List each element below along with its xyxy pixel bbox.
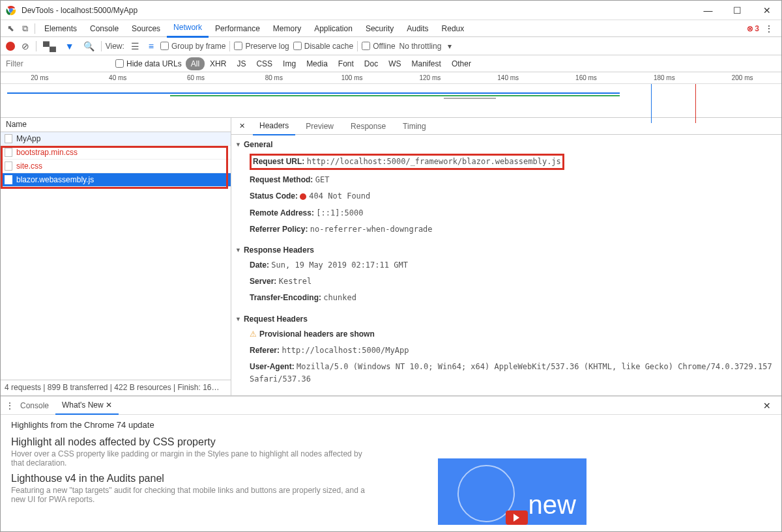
throttling-select[interactable]: No throttling ▾ bbox=[399, 42, 452, 51]
whatsnew-item-title: Lighthouse v4 in the Audits panel bbox=[11, 473, 771, 484]
filter-input[interactable] bbox=[1, 57, 111, 71]
tab-application[interactable]: Application bbox=[308, 20, 359, 37]
preserve-log-checkbox[interactable]: Preserve log bbox=[234, 42, 289, 51]
waterfall-icon[interactable]: ≡ bbox=[146, 40, 156, 53]
more-menu-icon[interactable]: ⋮ bbox=[759, 21, 779, 36]
tab-redux[interactable]: Redux bbox=[435, 20, 471, 37]
hide-data-urls-checkbox[interactable]: Hide data URLs bbox=[111, 59, 186, 68]
request-row[interactable]: bootstrap.min.css bbox=[1, 146, 231, 160]
detail-tab-preview[interactable]: Preview bbox=[299, 118, 340, 135]
filter-type-doc[interactable]: Doc bbox=[359, 57, 383, 70]
drawer-menu-icon[interactable]: ⋮ bbox=[6, 401, 14, 410]
devtools-tabs: ⬉ ⧉ Elements Console Sources Network Per… bbox=[1, 20, 781, 37]
offline-checkbox[interactable]: Offline bbox=[362, 42, 395, 51]
section-general[interactable]: General bbox=[231, 137, 781, 152]
request-list: Name MyApp bootstrap.min.css site.css bl… bbox=[1, 118, 231, 395]
filter-type-font[interactable]: Font bbox=[333, 57, 359, 70]
minimize-button[interactable]: — bbox=[693, 1, 723, 20]
section-request-headers[interactable]: Request Headers bbox=[231, 312, 781, 326]
large-rows-icon[interactable]: ☰ bbox=[128, 40, 142, 53]
view-label: View: bbox=[106, 42, 124, 51]
clear-icon[interactable]: ⊘ bbox=[19, 40, 32, 53]
filter-type-css[interactable]: CSS bbox=[251, 57, 278, 70]
requests-status: 4 requests | 899 B transferred | 422 B r… bbox=[1, 380, 231, 395]
file-icon bbox=[5, 134, 12, 143]
group-by-frame-checkbox[interactable]: Group by frame bbox=[160, 42, 225, 51]
warning-icon: ⚠ bbox=[250, 329, 257, 339]
whatsnew-headline: Highlights from the Chrome 74 update bbox=[11, 420, 771, 430]
tab-memory[interactable]: Memory bbox=[267, 20, 308, 37]
tab-security[interactable]: Security bbox=[359, 20, 400, 37]
tab-console[interactable]: Console bbox=[83, 20, 125, 37]
filter-type-xhr[interactable]: XHR bbox=[205, 57, 231, 70]
column-header-name[interactable]: Name bbox=[1, 118, 231, 132]
drawer-tab-whatsnew[interactable]: What's New ✕ bbox=[55, 397, 119, 415]
request-detail: ✕ Headers Preview Response Timing Genera… bbox=[231, 118, 781, 395]
timeline-overview[interactable]: 20 ms40 ms60 ms80 ms100 ms120 ms140 ms16… bbox=[1, 72, 781, 118]
record-button[interactable] bbox=[6, 42, 15, 51]
filter-bar: Hide data URLs All XHR JS CSS Img Media … bbox=[1, 55, 781, 72]
camera-icon[interactable]: ▀▄ bbox=[40, 40, 59, 53]
search-icon[interactable]: 🔍 bbox=[81, 40, 97, 53]
titlebar: DevTools - localhost:5000/MyApp — ☐ ✕ bbox=[1, 1, 781, 20]
close-window-button[interactable]: ✕ bbox=[752, 1, 781, 20]
filter-type-ws[interactable]: WS bbox=[383, 57, 406, 70]
request-row[interactable]: site.css bbox=[1, 160, 231, 173]
filter-type-manifest[interactable]: Manifest bbox=[407, 57, 446, 70]
inspect-icon[interactable]: ⬉ bbox=[3, 21, 18, 36]
tab-sources[interactable]: Sources bbox=[125, 20, 167, 37]
drawer: ⋮ Console What's New ✕ ✕ Highlights from… bbox=[1, 396, 781, 514]
tab-elements[interactable]: Elements bbox=[38, 20, 83, 37]
chrome-icon bbox=[6, 5, 16, 16]
request-row[interactable]: MyApp bbox=[1, 132, 231, 146]
tab-audits[interactable]: Audits bbox=[400, 20, 435, 37]
file-icon bbox=[5, 175, 12, 184]
whatsnew-video-thumb[interactable]: new bbox=[438, 458, 586, 525]
tab-network[interactable]: Network bbox=[167, 19, 209, 38]
play-icon bbox=[506, 511, 528, 525]
status-dot-icon bbox=[300, 193, 306, 200]
file-icon bbox=[5, 148, 12, 157]
drawer-tab-console[interactable]: Console bbox=[14, 397, 55, 414]
request-row-selected[interactable]: blazor.webassembly.js bbox=[1, 173, 231, 187]
filter-type-other[interactable]: Other bbox=[446, 57, 476, 70]
drawer-close-icon[interactable]: ✕ bbox=[758, 398, 776, 413]
whatsnew-item-title: Highlight all nodes affected by CSS prop… bbox=[11, 436, 771, 448]
window-title: DevTools - localhost:5000/MyApp bbox=[22, 6, 693, 15]
filter-toggle-icon[interactable]: ▼ bbox=[63, 40, 77, 53]
filter-type-all[interactable]: All bbox=[186, 57, 205, 70]
section-response-headers[interactable]: Response Headers bbox=[231, 243, 781, 257]
whatsnew-item-sub: Hover over a CSS property like padding o… bbox=[11, 449, 376, 468]
whatsnew-item-sub: Featuring a new "tap targets" audit for … bbox=[11, 486, 376, 504]
device-toggle-icon[interactable]: ⧉ bbox=[18, 21, 32, 36]
network-toolbar: ⊘ ▀▄ ▼ 🔍 View: ☰ ≡ Group by frame Preser… bbox=[1, 37, 781, 55]
tab-performance[interactable]: Performance bbox=[209, 20, 267, 37]
detail-tab-headers[interactable]: Headers bbox=[253, 117, 295, 135]
detail-tab-response[interactable]: Response bbox=[344, 118, 392, 135]
error-count[interactable]: ⊗3 bbox=[747, 24, 759, 33]
detail-tab-timing[interactable]: Timing bbox=[396, 118, 433, 135]
filter-type-media[interactable]: Media bbox=[301, 57, 333, 70]
filter-type-img[interactable]: Img bbox=[278, 57, 301, 70]
maximize-button[interactable]: ☐ bbox=[723, 1, 752, 20]
file-icon bbox=[5, 161, 12, 171]
disable-cache-checkbox[interactable]: Disable cache bbox=[293, 42, 353, 51]
close-detail-icon[interactable]: ✕ bbox=[235, 120, 249, 132]
filter-type-js[interactable]: JS bbox=[231, 57, 251, 70]
